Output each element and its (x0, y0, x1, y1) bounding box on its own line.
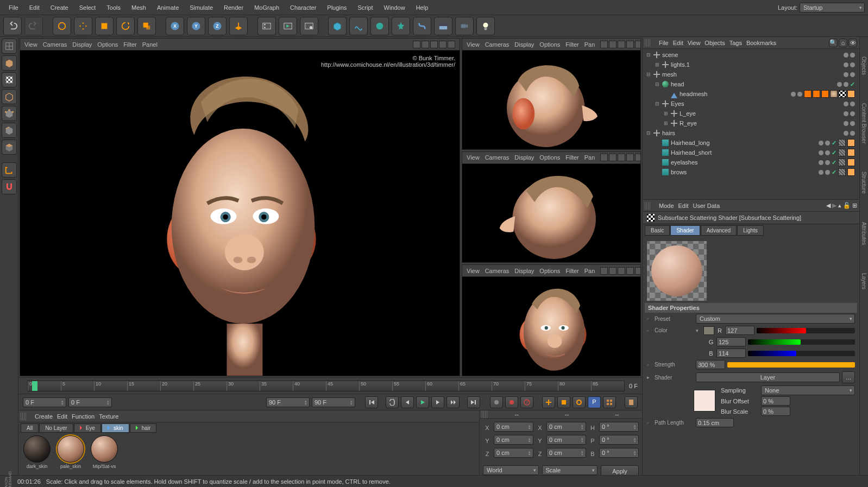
frame-end-field[interactable]: 90 F▴▾ (266, 397, 310, 407)
tree-item-flags[interactable] (844, 121, 858, 126)
vp-icon[interactable] (635, 267, 641, 275)
vp-menu-pan[interactable]: Pan (584, 154, 595, 161)
coord-system-button[interactable] (229, 17, 248, 35)
tree-item-flags[interactable] (844, 131, 858, 136)
tree-item-eyelashes[interactable]: eyelashes✓ (644, 157, 858, 167)
preset-dropdown[interactable]: Custom (696, 314, 855, 324)
scale-button[interactable] (95, 17, 114, 35)
record-button[interactable] (490, 396, 503, 408)
mat-tab-no-layer[interactable]: No Layer (39, 423, 73, 433)
nav-prev-icon[interactable]: ◀ (826, 202, 831, 209)
layout-dropdown[interactable]: Startup (800, 3, 865, 12)
loop-button[interactable] (386, 396, 399, 408)
vp-icon[interactable] (609, 267, 617, 275)
environment-button[interactable] (434, 17, 452, 35)
vp-menu-options[interactable]: Options (539, 154, 560, 161)
obj-menu-objects[interactable]: Objects (702, 40, 727, 46)
vp-menu-display[interactable]: Display (514, 154, 534, 161)
mat-menu-function[interactable]: Function (70, 413, 97, 420)
timeline-marker[interactable] (32, 381, 37, 391)
tree-item-flags[interactable] (791, 90, 858, 98)
tree-expand-icon[interactable]: ⊟ (655, 101, 660, 106)
vp-menu-filter[interactable]: Filter (565, 41, 578, 48)
vp-menu-filter[interactable]: Filter (565, 268, 578, 274)
tree-item-flags[interactable] (844, 72, 858, 77)
mat-tab-hair[interactable]: hair (130, 423, 157, 433)
last-tool-button[interactable] (137, 17, 156, 35)
tree-item-flags[interactable]: ✓ (837, 81, 858, 88)
texture-mode-button[interactable] (2, 72, 17, 87)
render-view-button[interactable] (257, 17, 276, 35)
coord-field[interactable]: 0 °▴▾ (599, 422, 639, 432)
obj-menu-bookmarks[interactable]: Bookmarks (744, 40, 778, 46)
vp-icon[interactable] (413, 41, 420, 48)
viewport-top-right[interactable]: ViewCamerasDisplayOptionsFilterPan (462, 38, 641, 150)
tree-expand-icon[interactable]: ⊟ (655, 81, 660, 87)
model-mode-button[interactable] (2, 55, 17, 71)
vp-icon[interactable] (626, 154, 634, 161)
side-tab-objects[interactable]: Objects (860, 53, 867, 78)
frame-end2-field[interactable]: 90 F▴▾ (312, 397, 355, 407)
vp-icon[interactable] (626, 267, 634, 275)
coord-field[interactable]: 0 °▴▾ (599, 435, 639, 445)
vp-icon[interactable] (618, 267, 625, 275)
path-length-field[interactable]: 0.15 cm (696, 418, 734, 427)
tree-item-head[interactable]: ⊟head✓ (644, 79, 858, 89)
expand-icon[interactable]: ◦ (647, 328, 652, 333)
tree-item-flags[interactable]: ✓ (819, 149, 858, 156)
tree-item-flags[interactable] (844, 53, 858, 58)
viewport-mid-right[interactable]: ViewCamerasDisplayOptionsFilterPan (462, 151, 641, 263)
vp-menu-view[interactable]: View (24, 41, 37, 48)
attr-tab-basic[interactable]: Basic (645, 225, 670, 236)
menu-render[interactable]: Render (218, 2, 249, 13)
attr-menu-user-data[interactable]: User Data (691, 203, 722, 209)
play-button[interactable] (416, 396, 429, 408)
next-frame-button[interactable] (431, 396, 444, 408)
blur-offset-field[interactable]: 0 % (761, 396, 790, 406)
redo-button[interactable] (24, 17, 43, 35)
tree-item-scene[interactable]: ⊟scene (644, 50, 858, 60)
sampling-dropdown[interactable]: None (761, 385, 855, 395)
key-scale-button[interactable] (557, 396, 570, 408)
nav-next-icon[interactable]: ▶ (832, 202, 836, 209)
strength-field[interactable]: 300 % (696, 360, 725, 369)
keyhelp-button[interactable]: ? (520, 396, 533, 408)
coord-field[interactable]: 0 cm▴▾ (546, 448, 586, 458)
light-button[interactable] (476, 17, 495, 35)
vp-icon[interactable] (448, 41, 455, 48)
coord-world-dropdown[interactable]: World (483, 465, 539, 475)
obj-menu-file[interactable]: File (657, 40, 671, 46)
tree-item-L_eye[interactable]: ⊞L_eye (644, 109, 858, 118)
layer-button[interactable]: Layer (696, 372, 840, 382)
tree-item-headmesh[interactable]: headmesh (644, 89, 858, 99)
blur-scale-field[interactable]: 0 % (761, 407, 790, 416)
tree-item-flags[interactable] (844, 102, 858, 106)
color-swatch[interactable] (703, 326, 714, 335)
tree-item-lights.1[interactable]: ⊞lights.1 (644, 60, 858, 69)
vp-menu-options[interactable]: Options (539, 268, 560, 274)
menu-mograph[interactable]: MoGraph (249, 2, 285, 13)
tree-expand-icon[interactable]: ⊟ (646, 52, 651, 58)
coord-field[interactable]: 0 °▴▾ (599, 448, 639, 458)
shader-preview[interactable] (647, 241, 707, 301)
obj-menu-edit[interactable]: Edit (671, 40, 685, 46)
vp-menu-view[interactable]: View (467, 268, 480, 274)
goto-end-button[interactable] (467, 396, 480, 408)
menu-help[interactable]: Help (411, 2, 434, 13)
nurbs-button[interactable] (370, 17, 389, 35)
spline-button[interactable] (349, 17, 368, 35)
key-options-button[interactable] (625, 396, 638, 408)
obj-eye-icon[interactable]: 👁 (848, 39, 857, 47)
tree-expand-icon[interactable]: ⊟ (646, 72, 651, 77)
mat-tab-all[interactable]: All (21, 423, 39, 433)
tree-item-flags[interactable]: ✓ (819, 168, 858, 176)
vp-menu-filter[interactable]: Filter (123, 41, 136, 48)
deformer-button[interactable] (413, 17, 431, 35)
layer-options-button[interactable]: … (842, 371, 855, 383)
expand-icon[interactable]: ▾ (696, 328, 701, 333)
mat-menu-texture[interactable]: Texture (97, 413, 121, 420)
camera-button[interactable] (455, 17, 474, 35)
vp-menu-display[interactable]: Display (514, 268, 534, 274)
generators-button[interactable] (392, 17, 410, 35)
vp-menu-view[interactable]: View (467, 154, 480, 161)
